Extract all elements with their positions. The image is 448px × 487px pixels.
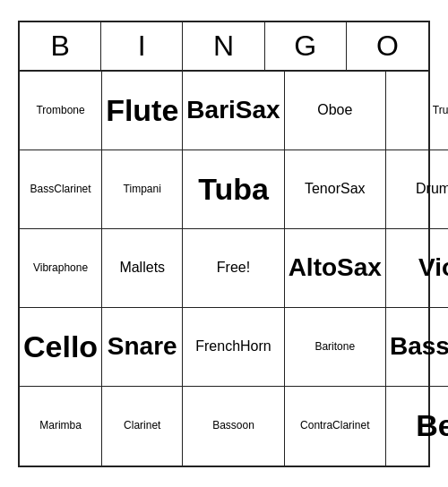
bingo-cell: Trumpet [386, 72, 448, 150]
bingo-cell: Tuba [183, 150, 284, 229]
bingo-cell: Cello [20, 308, 102, 387]
bingo-cell: Bells [386, 387, 448, 466]
bingo-header: BINGO [20, 22, 428, 72]
bingo-cell: Mallets [102, 229, 183, 308]
bingo-cell: Snare [102, 308, 183, 387]
bingo-card: BINGO TromboneFluteBariSaxOboeTrumpetBas… [18, 21, 430, 467]
bingo-grid: TromboneFluteBariSaxOboeTrumpetBassClari… [20, 72, 428, 466]
bingo-header-letter: N [183, 22, 264, 70]
bingo-header-letter: B [20, 22, 101, 70]
bingo-cell: Trombone [20, 72, 102, 150]
bingo-header-letter: G [265, 22, 347, 70]
bingo-cell: Timpani [102, 150, 183, 229]
bingo-cell: ContraClarinet [285, 387, 386, 466]
bingo-cell: BassDrum [386, 308, 448, 387]
bingo-cell: Clarinet [102, 387, 183, 466]
bingo-cell: FrenchHorn [183, 308, 284, 387]
bingo-cell: BassClarinet [20, 150, 102, 229]
bingo-cell: Free! [183, 229, 284, 308]
bingo-cell: Flute [102, 72, 183, 150]
bingo-cell: Vibraphone [20, 229, 102, 308]
bingo-cell: TenorSax [285, 150, 386, 229]
bingo-cell: Baritone [285, 308, 386, 387]
bingo-cell: AltoSax [285, 229, 386, 308]
bingo-cell: Violin [386, 229, 448, 308]
bingo-cell: BariSax [183, 72, 284, 150]
bingo-cell: Oboe [285, 72, 386, 150]
bingo-header-letter: I [101, 22, 183, 70]
bingo-cell: Bassoon [183, 387, 284, 466]
bingo-header-letter: O [347, 22, 428, 70]
bingo-cell: DrumSticks [386, 150, 448, 229]
bingo-cell: Marimba [20, 387, 102, 466]
